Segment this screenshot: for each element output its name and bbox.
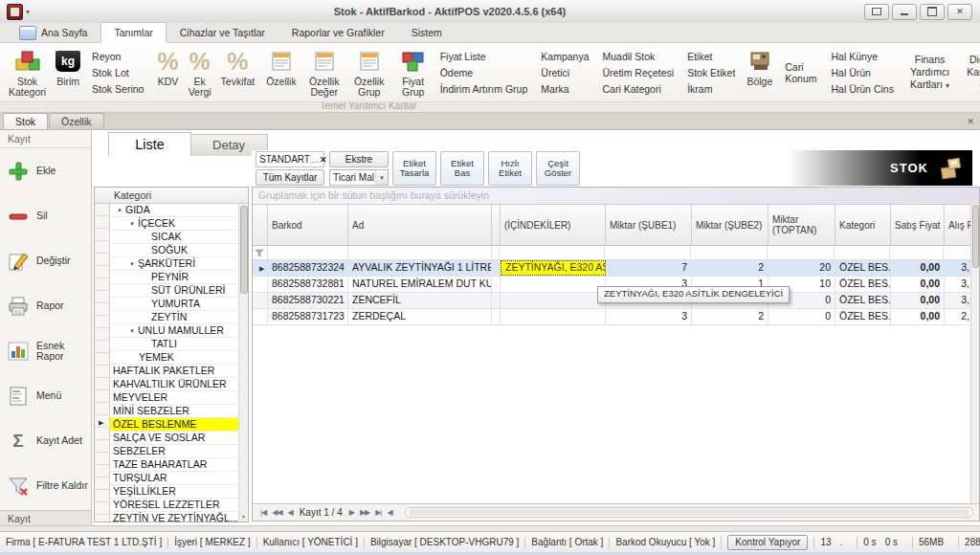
cell-empty[interactable] bbox=[492, 260, 501, 276]
tab-cihazlar[interactable]: Cihazlar ve Taşıtlar bbox=[167, 22, 278, 43]
tree-item-salca-ve-soslar[interactable]: SALÇA VE SOSLAR bbox=[110, 432, 239, 445]
tree-column-header[interactable]: Kategori bbox=[95, 188, 248, 204]
app-icon[interactable] bbox=[7, 4, 23, 20]
filtre-kaldir-button[interactable]: Filtre Kaldır bbox=[0, 463, 91, 508]
diger-kartlar-dropdown[interactable]: Diğer Kartlar ▾ bbox=[959, 44, 980, 101]
tree-item-kahvaltilik-urunler[interactable]: KAHVALTILIK ÜRÜNLER bbox=[110, 378, 239, 391]
cell-icindekiler[interactable] bbox=[501, 293, 606, 308]
group-by-panel[interactable]: Gruplamak için bir sütun başlığını buray… bbox=[253, 188, 979, 205]
cell-barkod[interactable]: 8682588732881 bbox=[268, 277, 348, 292]
etiket-tasarla-button[interactable]: Etiket Tasarla bbox=[392, 151, 436, 186]
cell-satis-fiyat[interactable]: 0,00 bbox=[891, 293, 945, 308]
tree-item-sut-urunleri[interactable]: SÜT ÜRÜNLERİ bbox=[110, 284, 239, 298]
stok-serino-button[interactable]: Stok Serino bbox=[92, 81, 144, 98]
ekstre-button[interactable]: Ekstre bbox=[329, 151, 389, 167]
column-header-icindekiler[interactable]: (İÇİNDEKİLER) bbox=[501, 205, 606, 245]
quick-access-caret-icon[interactable]: ▾ bbox=[26, 8, 30, 16]
filter-cell[interactable] bbox=[768, 246, 835, 259]
marka-button[interactable]: Marka bbox=[541, 81, 589, 98]
table-row[interactable]: 8682588731723 ZERDEÇAL 3 2 0 ÖZEL BES...… bbox=[253, 309, 979, 325]
kayit-adet-button[interactable]: Σ Kayıt Adet bbox=[0, 418, 91, 463]
tree-item-icecek[interactable]: ▾İÇECEK bbox=[110, 217, 239, 231]
cell-alis-fiyat[interactable]: 3, bbox=[945, 293, 973, 308]
column-header-alis-fiyat[interactable]: Alış Fiyat bbox=[945, 205, 973, 245]
cell-empty[interactable] bbox=[492, 293, 501, 308]
tree-item-mini-sebzeler[interactable]: MİNİ SEBZELER bbox=[110, 405, 239, 418]
rapor-button[interactable]: Rapor bbox=[0, 283, 91, 328]
expander-icon[interactable]: ▾ bbox=[126, 324, 138, 337]
cell-alis-fiyat[interactable]: 2, bbox=[945, 309, 973, 324]
menu-button[interactable]: Menü bbox=[0, 373, 91, 418]
scrollbar-thumb[interactable] bbox=[240, 206, 248, 294]
filter-cell[interactable] bbox=[691, 246, 768, 259]
hal-kunye-button[interactable]: Hal Künye bbox=[832, 49, 894, 65]
tree-item-yoresel-lezzetler[interactable]: YÖRESEL LEZZETLER bbox=[110, 499, 239, 512]
tree-item-zeytin[interactable]: ZEYTİN bbox=[110, 311, 239, 324]
stok-lot-button[interactable]: Stok Lot bbox=[92, 65, 144, 81]
ek-vergi-button[interactable]: % Ek Vergi bbox=[184, 44, 216, 101]
column-header-barkod[interactable]: Barkod bbox=[268, 205, 348, 245]
doc-tab-ozellik[interactable]: Özellik bbox=[49, 113, 104, 129]
tree-item-tursular[interactable]: TURŞULAR bbox=[110, 472, 239, 485]
bolge-button[interactable]: Bölge bbox=[742, 44, 777, 101]
scrollbar-thumb[interactable] bbox=[972, 205, 979, 268]
tree-item-yemek[interactable]: YEMEK bbox=[110, 351, 239, 365]
etiket-button[interactable]: Etiket bbox=[687, 49, 735, 65]
filter-cell[interactable] bbox=[492, 246, 500, 259]
cell-ad[interactable]: ZENCEFİL bbox=[348, 293, 492, 308]
column-header-miktar-sube2[interactable]: Miktar (ŞUBE2) bbox=[692, 205, 768, 245]
scrollbar-thumb[interactable] bbox=[409, 509, 969, 516]
cell-barkod[interactable]: 8682588731723 bbox=[268, 309, 348, 324]
minimize-button[interactable] bbox=[892, 4, 917, 20]
cell-miktar-toptan[interactable]: 0 bbox=[768, 309, 835, 324]
h-scroll-left-icon[interactable]: ◀ bbox=[384, 508, 394, 517]
tum-kayitlar-button[interactable]: Tüm Kayıtlar bbox=[256, 169, 324, 186]
layout-clear-icon[interactable]: ✕ bbox=[320, 155, 327, 165]
uretim-recetesi-button[interactable]: Üretim Reçetesi bbox=[603, 65, 675, 81]
filter-cell[interactable] bbox=[835, 246, 890, 259]
tree-item-gida[interactable]: ▾GIDA bbox=[110, 204, 239, 217]
column-header-kategori[interactable]: Kategori bbox=[835, 205, 891, 245]
kampanya-button[interactable]: Kampanya bbox=[541, 49, 589, 65]
filter-cell[interactable] bbox=[500, 246, 605, 259]
tab-ana-sayfa[interactable]: Ana Sayfa bbox=[6, 22, 100, 43]
hal-urun-button[interactable]: Hal Ürün bbox=[832, 65, 894, 81]
doc-tabs-close-icon[interactable]: ✕ bbox=[967, 117, 974, 126]
muadil-stok-button[interactable]: Muadil Stok bbox=[603, 49, 675, 65]
cell-miktar-sube1[interactable]: 3 bbox=[606, 309, 692, 324]
layout-more-icon[interactable]: … bbox=[310, 155, 320, 165]
fiyat-liste-button[interactable]: Fiyat Liste bbox=[440, 49, 528, 65]
tree-item-yumurta[interactable]: YUMURTA bbox=[110, 298, 239, 311]
cell-icindekiler-focused[interactable]: ZEYTİNYAĞI, E320 AS... bbox=[501, 260, 606, 276]
cesit-goster-button[interactable]: Çeşit Göster bbox=[536, 151, 580, 186]
tevkifat-button[interactable]: % Tevkifat bbox=[216, 44, 260, 101]
tab-sistem[interactable]: Sistem bbox=[398, 22, 456, 43]
doc-tab-stok[interactable]: Stok bbox=[3, 113, 48, 129]
finans-yardimci-kartlari-dropdown[interactable]: Finans Yardımcı Kartları ▾ bbox=[902, 44, 957, 101]
stok-kategori-button[interactable]: Stok Kategori bbox=[4, 44, 51, 101]
cell-icindekiler[interactable] bbox=[501, 277, 606, 292]
cell-miktar-sube1[interactable]: 7 bbox=[606, 260, 692, 276]
ozellik-deger-button[interactable]: Özellik Değer bbox=[301, 44, 347, 101]
cell-barkod[interactable]: 8682588730221 bbox=[268, 293, 348, 308]
tab-tanimlar[interactable]: Tanımlar bbox=[100, 22, 166, 43]
sidebar-collapsed-bar[interactable]: Kayıt bbox=[0, 510, 91, 526]
nav-next-page-button[interactable]: ▶▶ bbox=[357, 508, 372, 517]
cell-miktar-sube2[interactable]: 2 bbox=[692, 309, 768, 324]
tree-item-soguk[interactable]: SOĞUK bbox=[110, 244, 239, 257]
etiket-bas-button[interactable]: Etiket Bas bbox=[440, 151, 484, 186]
hal-urun-cins-button[interactable]: Hal Ürün Cins bbox=[832, 81, 894, 98]
tab-liste[interactable]: Liste bbox=[108, 132, 191, 156]
tree-item-unlu-mamuller[interactable]: ▾UNLU MAMULLER bbox=[110, 324, 239, 338]
nav-next-button[interactable]: ▶ bbox=[346, 508, 357, 517]
grid-vertical-scrollbar[interactable] bbox=[970, 204, 979, 503]
column-header-miktar-toptan[interactable]: Miktar (TOPTAN) bbox=[768, 205, 835, 245]
tree-vertical-scrollbar[interactable]: ▾ bbox=[238, 204, 248, 522]
ozellik-button[interactable]: Özellik bbox=[261, 44, 301, 101]
indirim-artirim-grup-button[interactable]: İndirim Artırım Grup bbox=[440, 81, 528, 98]
cari-konum-button[interactable]: Cari Konum bbox=[777, 44, 824, 101]
ozellik-grup-button[interactable]: Özellik Grup bbox=[347, 44, 391, 101]
cell-empty[interactable] bbox=[492, 277, 501, 292]
hizli-etiket-button[interactable]: Hızlı Etiket bbox=[488, 151, 532, 186]
expander-icon[interactable]: ▾ bbox=[126, 257, 138, 270]
